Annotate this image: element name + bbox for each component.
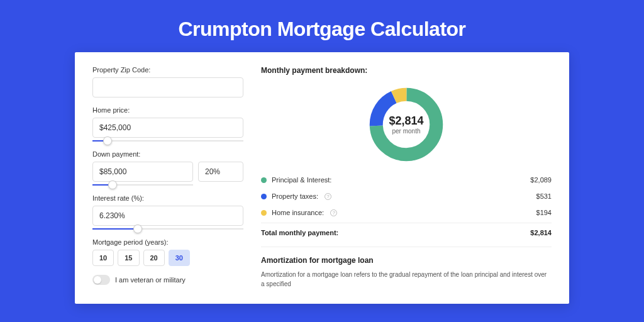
breakdown-row: Home insurance:?$194 [261,204,552,221]
zip-label: Property Zip Code: [92,66,243,74]
down-payment-group: Down payment: [92,150,243,182]
breakdown-row: Property taxes:?$531 [261,188,552,204]
total-row: Total monthly payment: $2,814 [261,223,552,236]
zip-input[interactable] [92,77,243,97]
period-option-30[interactable]: 30 [169,250,190,266]
veteran-row: I am veteran or military [92,275,243,285]
donut-chart-wrap: $2,814 per month [261,80,552,172]
total-label: Total monthly payment: [261,229,338,236]
breakdown-value: $2,089 [530,176,552,184]
donut-sub: per month [392,128,420,135]
calculator-card: Property Zip Code: Home price: Down paym… [75,52,569,304]
interest-rate-slider-rest [138,228,243,230]
period-option-10[interactable]: 10 [92,250,114,266]
help-icon[interactable]: ? [325,193,331,200]
down-payment-slider-rest [113,184,193,186]
inputs-column: Property Zip Code: Home price: Down paym… [92,66,243,290]
veteran-label: I am veteran or military [115,276,186,284]
home-price-group: Home price: [92,106,243,138]
total-value: $2,814 [530,229,552,236]
breakdown-left: Principal & Interest: [261,176,331,184]
down-payment-pct-input[interactable] [198,162,243,182]
period-option-20[interactable]: 20 [143,250,165,266]
period-label: Mortgage period (years): [92,238,243,246]
breakdown-row: Principal & Interest:$2,089 [261,172,552,188]
period-option-15[interactable]: 15 [118,250,139,266]
home-price-slider-thumb[interactable] [103,136,112,145]
interest-rate-label: Interest rate (%): [92,194,243,202]
down-payment-amount-input[interactable] [92,162,193,182]
toggle-knob [94,276,101,284]
breakdown-column: Monthly payment breakdown: $2,814 per mo… [261,66,552,290]
period-options: 10152030 [92,250,243,266]
breakdown-left: Home insurance:? [261,209,337,216]
zip-field-group: Property Zip Code: [92,66,243,97]
home-price-label: Home price: [92,106,243,114]
home-price-slider-rest [108,140,243,142]
home-price-input[interactable] [92,118,243,138]
donut-value: $2,814 [389,114,423,128]
period-group: Mortgage period (years): 10152030 [92,238,243,266]
help-icon[interactable]: ? [330,209,337,216]
veteran-toggle[interactable] [92,275,110,285]
breakdown-list: Principal & Interest:$2,089Property taxe… [261,172,552,221]
breakdown-title: Monthly payment breakdown: [261,66,552,75]
breakdown-value: $531 [536,192,552,200]
breakdown-value: $194 [536,209,552,216]
interest-rate-slider-thumb[interactable] [133,225,142,233]
breakdown-label: Principal & Interest: [272,176,331,184]
down-payment-slider-thumb[interactable] [108,180,117,189]
legend-dot [261,177,267,183]
interest-rate-slider-track [92,228,138,230]
amortization-title: Amortization for mortgage loan [261,247,552,265]
breakdown-label: Home insurance: [272,209,324,216]
donut-chart: $2,814 per month [367,85,446,164]
breakdown-left: Property taxes:? [261,192,331,200]
breakdown-label: Property taxes: [272,192,318,200]
interest-rate-group: Interest rate (%): [92,194,243,226]
legend-dot [261,210,267,216]
amortization-text: Amortization for a mortgage loan refers … [261,270,552,289]
donut-center: $2,814 per month [367,85,446,164]
legend-dot [261,194,267,199]
down-payment-label: Down payment: [92,150,243,158]
interest-rate-input[interactable] [92,206,243,226]
page-title: Crumpton Mortgage Calculator [0,0,644,52]
